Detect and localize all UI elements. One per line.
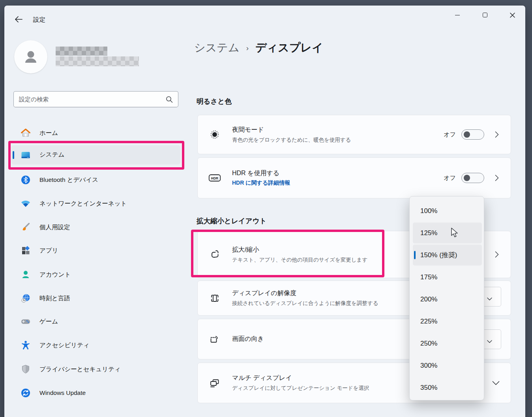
scale-option-225[interactable]: 225% [413, 311, 482, 332]
breadcrumb: システム › ディスプレイ [194, 40, 323, 55]
person-icon [22, 48, 40, 66]
scale-option-200[interactable]: 200% [413, 289, 482, 310]
sidebar-item-bluetooth-devices[interactable]: Bluetooth とデバイス [11, 170, 180, 190]
home-icon [21, 128, 31, 138]
sidebar-item-privacy-security[interactable]: プライバシーとセキュリティ [11, 359, 180, 380]
settings-window: 設定 ホーム [0, 0, 532, 417]
night-light-toggle[interactable] [461, 129, 484, 140]
toggle-knob [464, 175, 470, 181]
shield-icon [21, 364, 31, 374]
scale-option-300[interactable]: 300% [413, 355, 482, 376]
row-subtitle: 青色の光をブロックするために、暖色を使用する [232, 137, 351, 144]
maximize-button[interactable] [476, 8, 494, 22]
hdr-icon: HDR [208, 172, 221, 184]
sidebar-item-label: Windows Update [39, 389, 86, 396]
sidebar-item-time-language[interactable]: 時刻と言語 [11, 288, 180, 309]
breadcrumb-parent[interactable]: システム [194, 40, 240, 55]
chevron-down-icon [487, 338, 492, 345]
toggle-state-label: オフ [444, 131, 456, 138]
section-title-scale-layout: 拡大縮小とレイアウト [197, 216, 266, 226]
avatar [14, 40, 47, 73]
sidebar-item-label: プライバシーとセキュリティ [39, 365, 121, 374]
gamepad-icon [21, 316, 31, 327]
wifi-icon [21, 198, 31, 209]
toggle-knob [464, 131, 470, 138]
resolution-icon [208, 292, 221, 305]
sidebar-item-label: Bluetooth とデバイス [39, 176, 98, 184]
sidebar-item-windows-update[interactable]: Windows Update [11, 383, 180, 403]
scale-dropdown-menu: 100% 125% 150% (推奨) 175% 200% 225% 250% … [409, 196, 484, 400]
breadcrumb-separator-icon: › [240, 44, 255, 52]
search-icon [166, 96, 173, 103]
annotation-highlight-system [8, 141, 184, 170]
sidebar-item-apps[interactable]: アプリ [11, 240, 180, 261]
mouse-cursor-icon [450, 228, 459, 239]
search-input[interactable] [14, 92, 178, 107]
paintbrush-icon [21, 222, 31, 232]
app-title: 設定 [33, 16, 45, 24]
hdr-toggle[interactable] [461, 173, 484, 183]
accessibility-icon [21, 340, 31, 350]
scale-option-250[interactable]: 250% [413, 333, 482, 354]
scale-option-150-selected[interactable]: 150% (推奨) [413, 245, 482, 266]
settings-search [13, 91, 178, 107]
user-email-redacted [56, 56, 139, 66]
scale-option-175[interactable]: 175% [413, 267, 482, 288]
page-title: ディスプレイ [255, 40, 323, 55]
time-language-icon [21, 293, 31, 303]
sidebar-item-label: ホーム [39, 129, 58, 137]
section-title-brightness: 明るさと色 [197, 97, 232, 106]
hdr-info-link[interactable]: HDR に関する詳細情報 [232, 180, 290, 187]
minimize-icon [455, 15, 460, 15]
sidebar-item-label: 個人用設定 [39, 223, 70, 232]
chevron-down-icon [487, 295, 492, 302]
row-title: 画面の向き [232, 335, 264, 343]
orientation-icon [208, 333, 221, 346]
sidebar-item-gaming[interactable]: ゲーム [11, 311, 180, 332]
sidebar-item-accessibility[interactable]: アクセシビリティ [11, 335, 180, 355]
bluetooth-icon [21, 175, 31, 185]
row-subtitle: 接続されているディスプレイに合うように解像度を調整する [232, 300, 378, 307]
night-light-icon [208, 128, 221, 141]
scale-option-350[interactable]: 350% [413, 377, 482, 398]
sidebar-item-personalization[interactable]: 個人用設定 [11, 217, 180, 237]
sidebar-item-label: 時刻と言語 [39, 294, 70, 303]
maximize-icon [483, 13, 487, 17]
sidebar-item-label: ゲーム [39, 318, 58, 326]
scale-option-100[interactable]: 100% [413, 200, 482, 221]
multi-display-icon [208, 377, 221, 389]
row-title: マルチ ディスプレイ [232, 374, 369, 382]
apps-icon [21, 245, 31, 256]
annotation-highlight-scale [191, 230, 384, 277]
row-title: ディスプレイの解像度 [232, 289, 378, 297]
chevron-right-icon [495, 175, 499, 181]
minimize-button[interactable] [448, 8, 466, 22]
sidebar-item-accounts[interactable]: アカウント [11, 264, 180, 285]
close-icon [510, 13, 515, 18]
chevron-right-icon [495, 251, 499, 258]
scale-option-label: 150% (推奨) [420, 251, 457, 259]
hdr-row[interactable]: HDR HDR を使用する HDR に関する詳細情報 オフ [197, 157, 511, 198]
sidebar-item-label: アカウント [39, 271, 71, 279]
sidebar-item-label: ネットワークとインターネット [39, 200, 127, 208]
back-arrow-icon [15, 16, 22, 22]
account-icon [21, 269, 31, 280]
close-button[interactable] [503, 8, 521, 22]
back-button[interactable] [12, 13, 25, 26]
sidebar-item-label: アクセシビリティ [39, 341, 90, 350]
selected-indicator [414, 251, 416, 259]
row-title: 夜間モード [232, 126, 351, 134]
windows-update-icon [21, 388, 31, 398]
svg-text:HDR: HDR [211, 176, 218, 180]
row-subtitle: ディスプレイに対してプレゼンテーション モードを選択 [232, 385, 369, 392]
user-name-redacted [56, 47, 107, 56]
scale-option-125-hovered[interactable]: 125% [413, 223, 482, 243]
expand-chevron-down-icon[interactable] [492, 381, 500, 385]
sidebar-item-home[interactable]: ホーム [11, 123, 180, 143]
sidebar-item-network[interactable]: ネットワークとインターネット [11, 193, 180, 214]
night-light-row[interactable]: 夜間モード 青色の光をブロックするために、暖色を使用する オフ [197, 115, 511, 154]
toggle-state-label: オフ [444, 174, 456, 182]
chevron-right-icon [495, 131, 499, 138]
sidebar-item-label: アプリ [39, 247, 58, 255]
row-title: HDR を使用する [232, 169, 290, 178]
